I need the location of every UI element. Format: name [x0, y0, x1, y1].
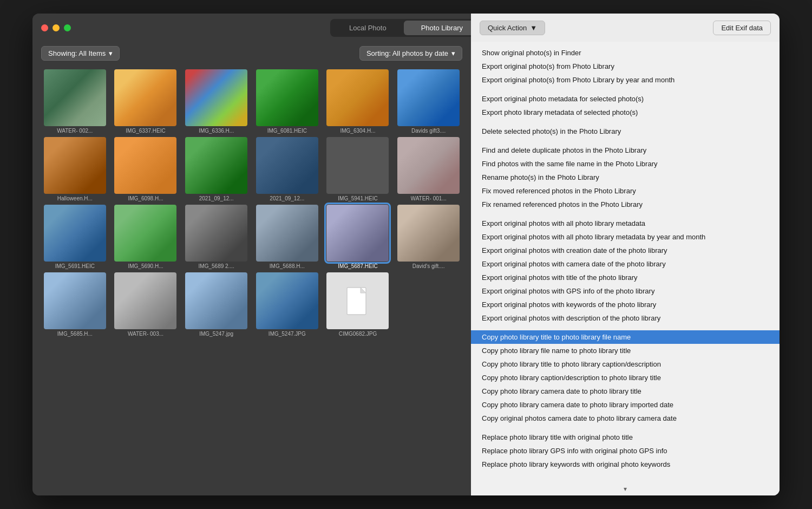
photo-item[interactable]: IMG_6081.HEIC — [253, 69, 321, 134]
dropdown-item-replace-keywords-with-original[interactable]: Replace photo library keywords with orig… — [471, 458, 780, 471]
photo-label: IMG_5941.HEIC — [338, 195, 377, 201]
dropdown-item-export-keywords[interactable]: Export original photos with keywords of … — [471, 298, 780, 311]
photo-item[interactable]: IMG_5247.JPG — [253, 272, 321, 337]
maximize-button[interactable] — [64, 24, 71, 31]
photo-item[interactable]: IMG_5941.HEIC — [324, 137, 392, 201]
chevron-down-icon: ▾ — [624, 485, 627, 493]
dropdown-item-export-library-metadata[interactable]: Export photo library metadata of selecte… — [471, 106, 780, 119]
dropdown-item-delete-selected[interactable]: Delete selected photo(s) in the Photo Li… — [471, 125, 780, 138]
sorting-dropdown[interactable]: Sorting: All photos by date ▾ — [359, 46, 462, 61]
dropdown-item-export-camera-date[interactable]: Export original photos with camera date … — [471, 257, 780, 271]
dropdown-item-copy-camera-date-to-imported[interactable]: Copy photo library camera date to photo … — [471, 398, 780, 412]
photo-thumb-inner — [397, 137, 460, 194]
photo-thumb-inner — [185, 272, 247, 329]
dropdown-item-export-all-metadata-year[interactable]: Export original photos with all photo li… — [471, 230, 780, 244]
dropdown-item-fix-moved[interactable]: Fix moved referenced photos in the Photo… — [471, 184, 780, 198]
dropdown-item-export-all-metadata[interactable]: Export original photos with all photo li… — [471, 217, 780, 230]
photo-item[interactable]: 2021_09_12... — [182, 137, 250, 201]
photo-thumb-inner — [326, 272, 389, 329]
dropdown-item-copy-title-to-filename[interactable]: Copy photo library title to photo librar… — [471, 330, 780, 344]
photo-item[interactable]: IMG_6337.HEIC — [112, 69, 180, 134]
dropdown-item-export-description[interactable]: Export original photos with description … — [471, 311, 780, 325]
tab-photo-library[interactable]: Photo Library — [404, 21, 480, 35]
photo-label: Halloween.H... — [57, 195, 93, 201]
tab-local-photo[interactable]: Local Photo — [332, 21, 404, 35]
dropdown-item-copy-filename-to-title[interactable]: Copy photo library file name to photo li… — [471, 344, 780, 357]
photo-item[interactable]: IMG_6304.H... — [324, 69, 392, 134]
photo-item[interactable]: IMG_6336.H... — [182, 69, 250, 134]
photo-item[interactable]: CIMG0682.JPG — [324, 272, 392, 337]
dropdown-item-replace-gps-with-original[interactable]: Replace photo library GPS info with orig… — [471, 444, 780, 458]
dropdown-item-find-delete-dup[interactable]: Find and delete duplicate photos in the … — [471, 143, 780, 157]
photo-label: IMG_5688.H... — [270, 263, 305, 269]
photo-item[interactable]: Halloween.H... — [41, 137, 109, 201]
photo-item[interactable]: IMG_6098.H... — [112, 137, 180, 201]
dropdown-separator — [471, 138, 780, 143]
dropdown-separator — [471, 325, 780, 330]
dropdown-item-export-metadata[interactable]: Export original photo metadata for selec… — [471, 92, 780, 106]
photo-item[interactable]: IMG_5689 2.... — [182, 205, 250, 269]
photo-thumb-inner — [326, 69, 389, 126]
dropdown-list: Show original photo(s) in FinderExport o… — [471, 42, 780, 482]
photo-item[interactable]: WATER- 001... — [395, 137, 462, 201]
dropdown-item-find-same-name[interactable]: Find photos with the same file name in t… — [471, 157, 780, 171]
photo-thumb-inner — [256, 69, 318, 126]
minimize-button[interactable] — [53, 24, 60, 31]
photo-thumb-inner — [185, 205, 247, 262]
photo-thumb-inner — [44, 272, 106, 329]
edit-exif-button[interactable]: Edit Exif data — [713, 21, 771, 35]
photo-label: IMG_5690.H... — [128, 263, 163, 269]
photo-item[interactable]: IMG_5690.H... — [112, 205, 180, 269]
photo-thumb-inner — [397, 205, 460, 262]
photo-item[interactable]: 2021_09_12... — [253, 137, 321, 201]
showing-label: Showing: All Items — [48, 49, 106, 57]
photo-thumb-inner — [114, 205, 176, 262]
photo-item[interactable]: IMG_5687.HEIC — [324, 205, 392, 269]
dropdown-item-rename-photos[interactable]: Rename photo(s) in the Photo Library — [471, 171, 780, 184]
photo-thumbnail — [44, 272, 106, 329]
photo-item[interactable]: David's gift.... — [395, 205, 462, 269]
photo-thumb-inner — [44, 137, 106, 194]
dropdown-item-export-original[interactable]: Export original photo(s) from Photo Libr… — [471, 60, 780, 73]
photo-grid: WATER- 002...IMG_6337.HEICIMG_6336.H...I… — [32, 65, 471, 341]
photo-label: David's gift.... — [412, 263, 445, 269]
photo-item[interactable]: IMG_5685.H... — [41, 272, 109, 337]
showing-dropdown[interactable]: Showing: All Items ▾ — [41, 46, 120, 61]
dropdown-item-export-title[interactable]: Export original photos with title of the… — [471, 271, 780, 284]
dropdown-item-export-original-year[interactable]: Export original photo(s) from Photo Libr… — [471, 73, 780, 87]
photo-thumb-inner — [114, 137, 176, 194]
photo-item[interactable]: IMG_5688.H... — [253, 205, 321, 269]
photo-thumbnail — [114, 205, 176, 262]
photo-thumbnail — [397, 137, 460, 194]
photo-item[interactable]: WATER- 003... — [112, 272, 180, 337]
photo-item[interactable]: WATER- 002... — [41, 69, 109, 134]
photo-thumbnail — [256, 272, 318, 329]
dropdown-item-show-original[interactable]: Show original photo(s) in Finder — [471, 46, 780, 60]
photo-item[interactable]: Davids gift3.... — [395, 69, 462, 134]
photo-label: WATER- 002... — [57, 128, 93, 134]
photo-thumb-inner — [326, 137, 389, 194]
quick-action-button[interactable]: Quick Action ▼ — [480, 21, 545, 35]
photo-thumbnail — [44, 69, 106, 126]
dropdown-item-replace-title-with-original[interactable]: Replace photo library title with origina… — [471, 430, 780, 444]
photo-label: IMG_6337.HEIC — [126, 128, 165, 134]
photo-label: 2021_09_12... — [270, 195, 304, 201]
dropdown-separator — [471, 119, 780, 125]
photo-label: IMG_5691.HEIC — [55, 263, 95, 269]
dropdown-item-copy-camera-date-to-title[interactable]: Copy photo library camera date to photo … — [471, 384, 780, 398]
dropdown-item-copy-caption-to-title[interactable]: Copy photo library caption/description t… — [471, 371, 780, 384]
photo-item[interactable]: IMG_5691.HEIC — [41, 205, 109, 269]
dropdown-item-fix-renamed[interactable]: Fix renamed referenced photos in the Pho… — [471, 198, 780, 211]
dropdown-item-copy-title-to-caption[interactable]: Copy photo library title to photo librar… — [471, 357, 780, 371]
photo-item[interactable]: IMG_5247.jpg — [182, 272, 250, 337]
photo-label: IMG_5685.H... — [57, 331, 93, 337]
dropdown-item-export-creation-date[interactable]: Export original photos with creation dat… — [471, 244, 780, 257]
photo-label: IMG_6304.H... — [340, 128, 375, 134]
close-button[interactable] — [41, 24, 48, 31]
photo-label: IMG_5687.HEIC — [338, 263, 377, 269]
photo-label: IMG_6336.H... — [199, 128, 234, 134]
main-window: Local Photo Photo Library Quick Action ▼… — [32, 14, 780, 495]
photo-label: IMG_5247.JPG — [269, 331, 306, 337]
dropdown-item-copy-original-camera-date[interactable]: Copy original photos camera date to phot… — [471, 412, 780, 425]
dropdown-item-export-gps[interactable]: Export original photos with GPS info of … — [471, 284, 780, 298]
